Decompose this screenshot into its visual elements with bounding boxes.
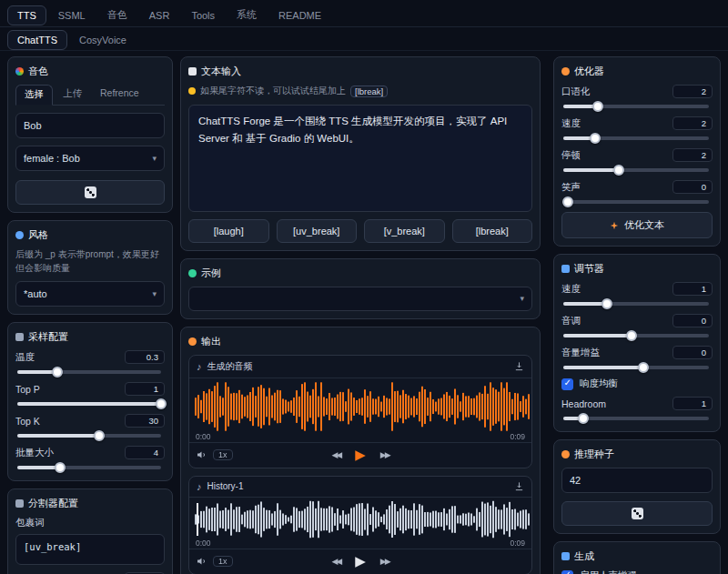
volume-icon[interactable] (197, 556, 207, 567)
token-buttons: [laugh] [uv_break] [v_break] [lbreak] (188, 219, 532, 243)
tab-system[interactable]: 系统 (227, 4, 267, 26)
slider-handle[interactable] (613, 165, 624, 176)
token-lbreak-button[interactable]: [lbreak] (452, 219, 533, 243)
slider-track[interactable] (563, 366, 709, 369)
slider-handle[interactable] (638, 362, 649, 373)
slider-track[interactable] (563, 105, 709, 108)
download-icon[interactable] (514, 481, 524, 491)
slider-handle[interactable] (94, 430, 105, 441)
speaker-tab-upload[interactable]: 上传 (55, 85, 90, 105)
slider-track[interactable] (563, 136, 709, 140)
token-v-break-button[interactable]: [v_break] (364, 219, 445, 243)
waveform-area[interactable]: 0:00 0:09 (189, 498, 531, 549)
slider-value-input[interactable]: 0 (672, 314, 713, 327)
skip-forward-icon[interactable]: ▶▶ (380, 557, 389, 566)
time-current: 0:00 (196, 432, 211, 441)
tab-cosyvoice[interactable]: CosyVoice (69, 30, 136, 50)
waveform-area[interactable]: 0:00 0:09 (189, 378, 531, 442)
slider-value-input[interactable]: 0 (672, 346, 713, 359)
player-label: 生成的音频 (207, 360, 253, 373)
slider-track[interactable] (563, 417, 709, 420)
main-content: 音色 选择 上传 Refrence Bob female : Bob ▾ 风格 … (0, 51, 728, 574)
slider-value-input[interactable]: 4 (125, 446, 165, 459)
adjuster-panel: 调节器 速度 1 音调 0 音量增益 0 (553, 254, 721, 432)
skip-back-icon[interactable]: ◀◀ (331, 450, 340, 459)
slider-track[interactable] (17, 370, 161, 374)
checkbox-icon[interactable] (561, 378, 573, 390)
slider-track[interactable] (563, 334, 709, 337)
tab-ssml[interactable]: SSML (48, 5, 96, 25)
top-tab-bar: TTS SSML 音色 ASR Tools 系统 README (0, 0, 728, 27)
slider-value-input[interactable]: 1 (672, 397, 713, 410)
eos-input[interactable]: [uv_break] (15, 534, 165, 565)
tab-voice[interactable]: 音色 (97, 4, 137, 26)
slider-handle[interactable] (592, 101, 603, 112)
slider-value-input[interactable]: 2 (672, 85, 713, 98)
tts-textarea[interactable]: ChatTTS Forge 是一个围绕 TTS 生成模型开发的项目，实现了 AP… (188, 105, 532, 212)
slider-value-input[interactable]: 0 (672, 180, 713, 194)
play-button[interactable]: ▶ (355, 553, 366, 569)
playback-speed-button[interactable]: 1x (213, 449, 233, 460)
slider-handle[interactable] (590, 133, 601, 144)
playhead-cursor[interactable] (197, 503, 198, 536)
enhance-checkbox[interactable]: 启用人声增强 (561, 569, 713, 574)
slider-value-input[interactable]: 2 (672, 148, 713, 162)
slider-track[interactable] (17, 434, 161, 438)
slider-label: 速度 (561, 117, 581, 130)
slider-track[interactable] (563, 200, 709, 204)
hint-token-chip: [lbreak] (350, 86, 388, 97)
slider-handle[interactable] (55, 462, 66, 473)
random-seed-button[interactable] (561, 501, 713, 526)
slider-value-input[interactable]: 0.3 (125, 350, 165, 364)
random-speaker-button[interactable] (15, 180, 165, 205)
slider-value-input[interactable]: 2 (672, 116, 713, 130)
waveform-canvas[interactable] (195, 499, 530, 539)
slider-handle[interactable] (578, 413, 589, 424)
slider-handle[interactable] (52, 367, 63, 378)
slider-value-input[interactable]: 1 (125, 382, 165, 396)
slider-label: 批量大小 (15, 447, 54, 459)
volume-icon[interactable] (197, 449, 207, 460)
token-uv-break-button[interactable]: [uv_break] (277, 219, 358, 243)
speaker-dropdown[interactable]: female : Bob ▾ (15, 146, 165, 171)
skip-forward-icon[interactable]: ▶▶ (380, 450, 389, 459)
loudness-eq-checkbox[interactable]: 响度均衡 (561, 378, 713, 390)
slider-value-input[interactable]: 30 (125, 414, 165, 428)
speaker-name-input[interactable]: Bob (15, 113, 165, 138)
time-current: 0:00 (196, 539, 211, 548)
slider-handle[interactable] (156, 398, 167, 409)
slider-track[interactable] (17, 466, 161, 469)
seed-input[interactable]: 42 (561, 468, 713, 493)
play-button[interactable]: ▶ (355, 447, 366, 463)
slider-track[interactable] (17, 402, 161, 406)
dice-icon (632, 508, 643, 519)
slider-track[interactable] (563, 302, 709, 306)
slider-handle[interactable] (602, 298, 612, 309)
style-icon (15, 231, 24, 239)
tab-tts[interactable]: TTS (7, 5, 46, 25)
slider-handle[interactable] (562, 196, 573, 207)
refine-text-button[interactable]: 优化文本 (561, 212, 713, 238)
time-total: 0:09 (510, 432, 525, 441)
tab-asr[interactable]: ASR (139, 5, 180, 25)
tab-tools[interactable]: Tools (181, 5, 225, 25)
slider-track[interactable] (563, 168, 709, 172)
examples-dropdown[interactable]: ▾ (188, 287, 532, 311)
slider-value-input[interactable]: 1 (672, 282, 713, 296)
speaker-tab-refrence[interactable]: Refrence (92, 85, 147, 105)
tab-chattts[interactable]: ChatTTS (7, 30, 67, 50)
palette-icon (15, 67, 24, 76)
tab-readme[interactable]: README (268, 5, 331, 25)
download-icon[interactable] (514, 361, 524, 371)
slider-handle[interactable] (626, 330, 637, 341)
playback-speed-button[interactable]: 1x (213, 556, 233, 567)
speaker-tab-select[interactable]: 选择 (15, 85, 53, 106)
token-laugh-button[interactable]: [laugh] (188, 219, 269, 243)
style-dropdown[interactable]: *auto ▾ (15, 281, 165, 307)
text-input-hint: 如果尾字符不读，可以试试结尾加上 [lbreak] (188, 85, 532, 98)
skip-back-icon[interactable]: ◀◀ (331, 557, 340, 566)
chevron-down-icon: ▾ (520, 294, 524, 303)
seed-panel: 推理种子 42 (553, 439, 721, 534)
waveform-canvas[interactable] (195, 380, 530, 433)
checkbox-icon[interactable] (561, 570, 573, 574)
